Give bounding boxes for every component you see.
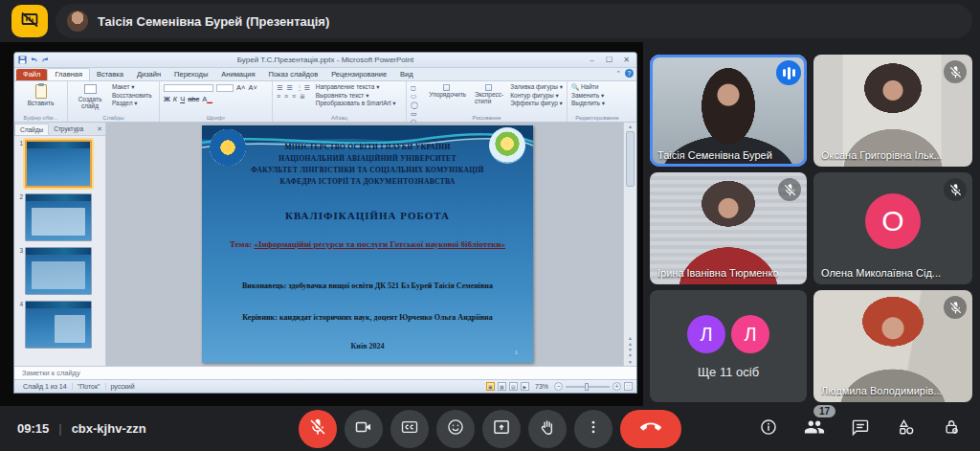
fit-to-window-icon[interactable]: ⛶ xyxy=(624,382,633,391)
underline-button[interactable]: Ч xyxy=(180,95,185,103)
scroll-down-icon[interactable]: ▼ xyxy=(628,358,633,366)
slide-thumbnail-1[interactable]: 1 xyxy=(16,140,101,188)
participant-tile[interactable]: Таісія Семенівна Бурей xyxy=(650,55,807,167)
scroll-up-icon[interactable]: ▲ xyxy=(628,123,633,130)
help-icon[interactable]: ? xyxy=(625,69,634,78)
tab-view[interactable]: Вид xyxy=(393,69,420,80)
present-screen-icon xyxy=(492,417,511,440)
collapse-ribbon-icon[interactable]: ⌃ xyxy=(615,70,621,78)
zoom-slider[interactable] xyxy=(566,386,610,388)
meet-app: Таісія Семенівна Бурей (Презентація) Бур… xyxy=(0,0,980,451)
participant-tile[interactable]: О Олена Миколаївна Сід... xyxy=(813,172,972,284)
maximize-button[interactable]: ☐ xyxy=(601,55,617,66)
slide-page-number: 1 xyxy=(515,349,518,355)
scroll-thumb[interactable] xyxy=(626,131,635,187)
end-call-button[interactable] xyxy=(620,410,681,448)
vertical-scrollbar[interactable]: ▲ ▲▲ ▼▼ ▼ xyxy=(623,123,636,366)
italic-button[interactable]: К xyxy=(173,95,177,103)
reset-button[interactable]: Восстановить xyxy=(112,92,152,101)
meeting-details-button[interactable] xyxy=(756,417,781,441)
shape-fill-button[interactable]: Заливка фигуры ▾ xyxy=(510,83,563,92)
bold-button[interactable]: Ж xyxy=(164,95,170,103)
participant-tile[interactable]: Ірина Іванівна Тюрменко xyxy=(650,172,807,284)
stop-presenting-button[interactable] xyxy=(11,5,48,37)
font-size-select[interactable] xyxy=(216,84,234,92)
presentation-slash-icon xyxy=(20,11,39,33)
shape-effects-button[interactable]: Эффекты фигур ▾ xyxy=(510,100,563,108)
tab-animations[interactable]: Анимация xyxy=(214,69,261,80)
align-icons[interactable]: ≡ ≡ ≡ ≣ xyxy=(277,92,311,101)
mic-mute-button[interactable] xyxy=(299,410,337,448)
theme-name: "Поток" xyxy=(73,383,106,390)
slide-faculty-line: ФАКУЛЬТЕТ ЛІНГВІСТИКИ ТА СОЦІАЛЬНИХ КОМУ… xyxy=(202,166,533,174)
reactions-button[interactable] xyxy=(436,410,475,448)
normal-view-icon[interactable]: ▣ xyxy=(486,382,495,391)
panel-close-icon[interactable]: ✕ xyxy=(97,125,102,133)
participant-tile[interactable]: Людмила Володимирів... xyxy=(813,290,972,402)
clipboard-group: Вставить Буфер обм... xyxy=(14,81,68,122)
slide-theme: Тема: «Інформаційні ресурси та послуги Г… xyxy=(212,238,523,251)
avatar: О xyxy=(865,193,921,249)
select-button[interactable]: Выделить ▾ xyxy=(571,100,623,108)
participants-button[interactable]: 17 xyxy=(802,417,827,441)
activities-button[interactable] xyxy=(894,417,919,441)
tab-slideshow[interactable]: Показ слайдов xyxy=(262,69,325,80)
bullets-icon[interactable]: ☰ ☰ ⋮☰ xyxy=(277,83,311,92)
slide-thumbnail-3[interactable]: 3 xyxy=(16,247,101,295)
tab-home[interactable]: Главная xyxy=(47,68,90,80)
replace-button[interactable]: Заменить ▾ xyxy=(571,92,623,101)
camera-button[interactable] xyxy=(345,410,383,448)
font-color-button[interactable]: А▁ xyxy=(202,95,212,103)
font-name-select[interactable] xyxy=(164,84,213,92)
tab-file[interactable]: Файл xyxy=(16,69,47,80)
align-text-button[interactable]: Выровнять текст ▾ xyxy=(316,92,396,101)
zoom-in-icon[interactable]: + xyxy=(612,382,621,391)
panel-tab-slides[interactable]: Слайды xyxy=(14,124,49,135)
raise-hand-button[interactable] xyxy=(528,410,567,448)
participant-name: Олена Миколаївна Сід... xyxy=(821,267,941,279)
slideshow-view-icon[interactable]: ▶ xyxy=(521,382,529,391)
next-slide-icon[interactable]: ▼▼ xyxy=(628,347,633,358)
present-screen-button[interactable] xyxy=(482,410,521,448)
tab-transitions[interactable]: Переходы xyxy=(167,69,214,80)
minimize-button[interactable]: – xyxy=(584,55,600,66)
captions-button[interactable] xyxy=(390,410,429,448)
zoom-percentage[interactable]: 73% xyxy=(532,383,551,390)
reading-view-icon[interactable]: ▤ xyxy=(509,382,518,391)
panel-tab-outline[interactable]: Структура xyxy=(49,124,88,134)
chat-button[interactable] xyxy=(848,417,873,441)
grow-font-button[interactable]: А˄ xyxy=(236,83,245,92)
section-button[interactable]: Раздел ▾ xyxy=(112,100,152,108)
shrink-font-button[interactable]: А˅ xyxy=(248,83,256,92)
mic-off-icon xyxy=(308,417,327,440)
more-options-button[interactable] xyxy=(574,410,612,448)
slide-thumbnail-4[interactable]: 4 xyxy=(16,301,101,349)
tab-review[interactable]: Рецензирование xyxy=(324,69,393,80)
slide-sorter-icon[interactable]: ▦ xyxy=(498,382,506,391)
meeting-code: cbx-kjhv-zzn xyxy=(72,421,146,436)
previous-slide-icon[interactable]: ▲▲ xyxy=(628,335,633,347)
tab-design[interactable]: Дизайн xyxy=(130,69,167,80)
people-icon xyxy=(804,417,825,440)
host-controls-button[interactable] xyxy=(940,417,965,441)
tab-insert[interactable]: Вставка xyxy=(90,69,130,80)
smartart-button[interactable]: Преобразовать в SmartArt ▾ xyxy=(316,100,396,108)
participant-name: Оксана Григорівна Ільк... xyxy=(821,149,943,161)
layout-button[interactable]: Макет ▾ xyxy=(112,83,152,92)
notes-pane[interactable]: Заметки к слайду xyxy=(14,366,636,379)
language-indicator[interactable]: русский xyxy=(106,383,140,390)
new-slide-button[interactable]: Создать слайд xyxy=(72,83,108,110)
shape-outline-button[interactable]: Контур фигуры ▾ xyxy=(510,92,563,101)
presenter-banner: Таісія Семенівна Бурей (Презентація) xyxy=(56,4,972,38)
text-direction-button[interactable]: Направление текста ▾ xyxy=(316,83,396,92)
overflow-tile[interactable]: Л Л Ще 11 осіб xyxy=(650,290,807,402)
slide-thumbnail-2[interactable]: 2 xyxy=(16,193,101,241)
strikethrough-button[interactable]: abc xyxy=(188,95,199,103)
slide-wave-decoration xyxy=(202,125,533,158)
participant-tile[interactable]: Оксана Григорівна Ільк... xyxy=(813,55,972,167)
zoom-out-icon[interactable]: − xyxy=(554,382,563,391)
close-button[interactable]: ✕ xyxy=(618,55,635,66)
paste-button[interactable]: Вставить xyxy=(18,83,63,107)
find-button[interactable]: 🔍 Найти xyxy=(571,83,623,92)
ppt-titlebar[interactable]: Бурей Т.С.Презентація.pptx - Microsoft P… xyxy=(14,53,636,68)
